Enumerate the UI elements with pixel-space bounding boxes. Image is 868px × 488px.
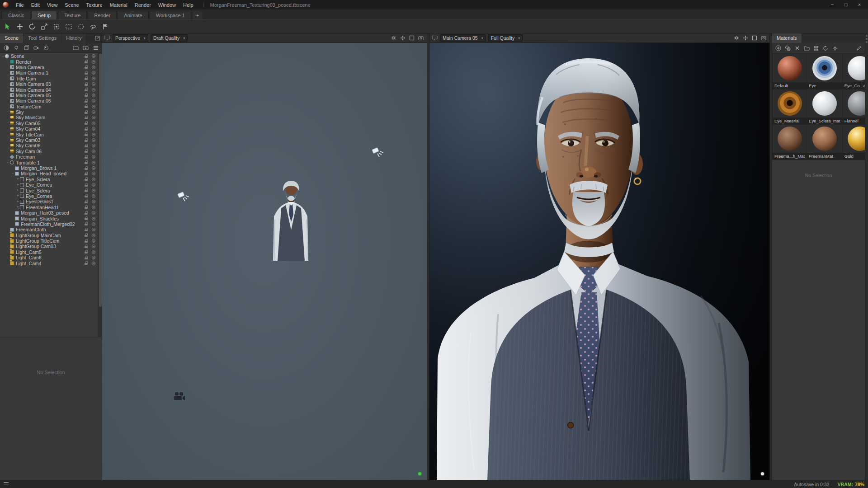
material-tile-eye-co-a-mat[interactable]: Eye_Co...a_mat <box>843 54 868 89</box>
new-folder-icon[interactable] <box>71 44 80 52</box>
tree-item-sky-maincam[interactable]: Sky MainCam <box>0 115 98 120</box>
tree-item-lightgroup-titlecam[interactable]: LightGroup TitleCam <box>0 238 98 244</box>
transform-tool-icon[interactable] <box>51 21 62 32</box>
visibility-icon[interactable] <box>92 228 95 231</box>
add-folder-icon[interactable] <box>81 44 90 52</box>
tree-item-freemanhead1[interactable]: + FreemanHead1 <box>0 205 98 210</box>
tree-item-lightgroup-maincam[interactable]: LightGroup MainCam <box>0 233 98 238</box>
tree-item-texturecam[interactable]: TextureCam <box>0 104 98 109</box>
lock-icon[interactable] <box>85 88 88 91</box>
main-camera-render-view[interactable] <box>429 43 769 480</box>
tree-item-title-cam[interactable]: Title Cam <box>0 76 98 81</box>
expander-icon[interactable]: + <box>16 177 20 181</box>
tree-item-sky-cam03[interactable]: Sky Cam03 <box>0 137 98 143</box>
visibility-icon[interactable] <box>92 172 95 175</box>
flag-tool-icon[interactable] <box>100 21 111 32</box>
visibility-icon[interactable] <box>92 99 95 103</box>
lock-icon[interactable] <box>85 234 88 237</box>
maximize-icon[interactable]: □ <box>840 1 852 9</box>
menu-edit[interactable]: Edit <box>28 1 43 9</box>
ellipse-select-tool-icon[interactable] <box>75 21 86 32</box>
lock-icon[interactable] <box>85 111 88 114</box>
model-morgan-freeman[interactable] <box>269 177 312 261</box>
visibility-icon[interactable] <box>92 200 95 203</box>
lock-icon[interactable] <box>85 172 88 175</box>
materials-scrollbar[interactable] <box>865 33 868 480</box>
expander-icon[interactable]: + <box>16 188 20 192</box>
menu-material[interactable]: Material <box>106 1 131 9</box>
tree-item-sky-cam04[interactable]: Sky Cam04 <box>0 126 98 131</box>
tree-item-freemancloth-merged02[interactable]: FreemanCloth_Merged02 <box>0 221 98 227</box>
lasso-select-tool-icon[interactable] <box>88 21 99 32</box>
tree-item-eyesdetails1[interactable]: + EyesDetails1 <box>0 199 98 204</box>
minimize-icon[interactable]: − <box>826 1 838 9</box>
lock-icon[interactable] <box>85 94 88 97</box>
tree-item-morgan-hair03-posed[interactable]: Morgan_Hair03_posed <box>0 210 98 216</box>
quality-select-dropdown[interactable]: Full Quality▾ <box>488 34 523 42</box>
visibility-icon[interactable] <box>92 138 95 142</box>
lock-icon[interactable] <box>85 161 88 164</box>
duplicate-material-icon[interactable] <box>783 44 792 52</box>
tree-item-eye-sclera[interactable]: + Eye_Sclera <box>0 188 98 193</box>
menu-file[interactable]: File <box>12 1 28 9</box>
visibility-icon[interactable] <box>92 250 95 254</box>
visibility-icon[interactable] <box>92 262 95 265</box>
menu-render[interactable]: Render <box>131 1 155 9</box>
lock-icon[interactable] <box>85 122 88 125</box>
workspace-tab-classic[interactable]: Classic <box>2 11 30 19</box>
workspace-tab-texture[interactable]: Texture <box>58 11 87 19</box>
visibility-icon[interactable] <box>92 166 95 170</box>
visibility-icon[interactable] <box>92 66 95 69</box>
visibility-icon[interactable] <box>92 161 95 164</box>
lock-icon[interactable] <box>85 71 88 75</box>
lock-icon[interactable] <box>85 155 88 159</box>
expander-icon[interactable]: + <box>16 183 20 187</box>
quality-select-dropdown[interactable]: Draft Quality▾ <box>151 34 188 42</box>
lock-icon[interactable] <box>85 256 88 259</box>
visibility-icon[interactable] <box>92 60 95 64</box>
material-tile-freemanmat[interactable]: FreemanMat <box>807 125 842 160</box>
pan-viewport-icon[interactable] <box>742 34 749 42</box>
tree-item-main-camera-03[interactable]: Main Camera 03 <box>0 81 98 87</box>
lock-icon[interactable] <box>85 144 88 147</box>
maximize-viewport-icon[interactable] <box>408 34 415 42</box>
material-folder-icon[interactable] <box>802 44 811 52</box>
lock-icon[interactable] <box>85 116 88 119</box>
camera-gizmo[interactable] <box>172 391 187 402</box>
material-tile-eye-sclera-mat[interactable]: Eye_Sclera_mat <box>807 89 842 124</box>
visibility-icon[interactable] <box>92 127 95 131</box>
tree-item-eye-sclera[interactable]: + Eye_Sclera <box>0 177 98 182</box>
tree-item-render[interactable]: Render <box>0 59 98 64</box>
lock-icon[interactable] <box>85 194 88 197</box>
lock-icon[interactable] <box>85 127 88 131</box>
lock-icon[interactable] <box>85 139 88 142</box>
visibility-icon[interactable] <box>92 256 95 259</box>
expander-icon[interactable]: - <box>1 54 5 58</box>
visibility-icon[interactable] <box>92 116 95 119</box>
visibility-icon[interactable] <box>92 244 95 248</box>
visibility-icon[interactable] <box>92 94 95 97</box>
lock-icon[interactable] <box>85 262 88 265</box>
tree-item-eye-cornea[interactable]: + Eye_Cornea <box>0 182 98 188</box>
lock-icon[interactable] <box>85 178 88 181</box>
visibility-icon[interactable] <box>92 105 95 108</box>
scale-tool-icon[interactable] <box>39 21 50 32</box>
lock-icon[interactable] <box>85 150 88 153</box>
tree-item-sky[interactable]: Sky <box>0 109 98 115</box>
add-workspace-tab-button[interactable]: + <box>192 11 203 19</box>
rotate-tool-icon[interactable] <box>27 21 38 32</box>
visibility-icon[interactable] <box>92 150 95 153</box>
tree-item-scene[interactable]: - Scene <box>0 53 98 59</box>
camera-select-dropdown[interactable]: Main Camera 05▾ <box>440 34 486 42</box>
select-tool-icon[interactable] <box>2 21 13 32</box>
list-options-icon[interactable] <box>91 44 100 52</box>
delete-material-icon[interactable] <box>793 44 801 52</box>
marquee-select-tool-icon[interactable] <box>63 21 74 32</box>
expander-icon[interactable]: + <box>16 194 20 198</box>
visibility-icon[interactable] <box>92 71 95 75</box>
capture-viewport-icon[interactable] <box>760 34 767 42</box>
tree-item-morgan-brows-1[interactable]: Morgan_Brows 1 <box>0 165 98 171</box>
tree-item-main-camera-04[interactable]: Main Camera 04 <box>0 87 98 92</box>
workspace-tab-render[interactable]: Render <box>88 11 117 19</box>
edit-material-icon[interactable] <box>855 44 863 52</box>
